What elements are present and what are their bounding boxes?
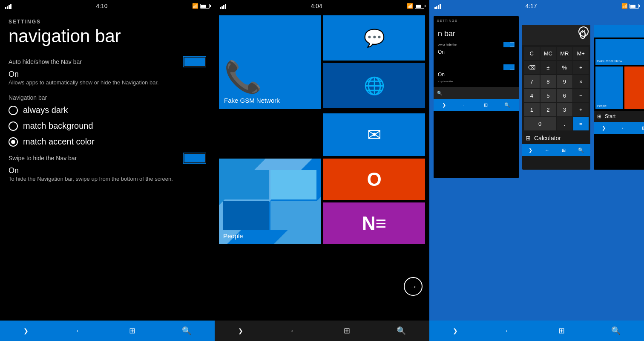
search-icon-2[interactable]: 🔍 (397, 326, 406, 335)
calc-btn-multiply[interactable]: × (573, 75, 589, 88)
multitask-content: SETTINGS n bar ow or hide the On (429, 12, 644, 321)
calc-btn-mplus[interactable]: M+ (573, 47, 589, 60)
windows-icon-1[interactable]: ⊞ (129, 326, 135, 335)
start-windows-icon: ⊞ (597, 113, 601, 119)
back-icon-3[interactable]: ← (504, 327, 512, 335)
calc-btn-3[interactable]: 3 (557, 103, 572, 116)
tile-people-label: People (223, 232, 243, 240)
settings-label: SETTINGS (9, 19, 206, 25)
wifi-icon: 📶 (192, 3, 198, 9)
calc-close-button[interactable]: ✕ (578, 26, 589, 37)
mini-search-icon-2: 🔍 (578, 147, 584, 153)
calc-btn-8[interactable]: 8 (540, 75, 556, 88)
signal-area-2 (220, 3, 226, 9)
start-mini-label-bar: ⊞ Start (594, 111, 644, 122)
mini-search-bar: 🔍 (434, 87, 519, 99)
calc-btn-7[interactable]: 7 (524, 75, 540, 88)
calc-btn-dot[interactable]: . (557, 117, 572, 130)
chevron-icon-1[interactable]: ❯ (23, 327, 29, 334)
mini-calculator-screen[interactable]: ✕ 0 C MC MR M+ ⌫ ± % ÷ 7 8 9 × 4 5 6 − 1… (522, 25, 590, 170)
calc-btn-backspace[interactable]: ⌫ (524, 61, 540, 74)
mini-tile-people-label: People (597, 104, 607, 107)
calc-btn-0[interactable]: 0 (524, 117, 556, 130)
tile-office[interactable]: O (323, 159, 425, 200)
mini-settings-content: n bar ow or hide the On (434, 25, 519, 87)
tile-phone-label: Fake GSM Network (224, 97, 280, 104)
windows-icon-2[interactable]: ⊞ (344, 326, 350, 335)
nav-bar-3: ❯ ← ⊞ 🔍 (429, 321, 644, 341)
calc-btn-plus[interactable]: + (573, 103, 589, 116)
status-icons-2: 📶 (407, 3, 424, 9)
calc-btn-1[interactable]: 1 (524, 103, 540, 116)
settings-content: SETTINGS navigation bar Auto hide/show t… (0, 12, 215, 321)
description-2: To hide the Navigation bar, swipe up fro… (9, 175, 206, 183)
mini-nav-1: ❯ ← ⊞ 🔍 (434, 99, 519, 111)
status-icons-3: 📶 (621, 3, 639, 9)
toggle1-value: On (9, 70, 206, 79)
calc-btn-4[interactable]: 4 (524, 89, 540, 102)
tile-people[interactable]: People (219, 159, 321, 244)
nav-bar-2: ❯ ← ⊞ 🔍 (215, 321, 429, 341)
time-display-1: 4:10 (96, 3, 107, 9)
toggle1-track[interactable] (183, 56, 206, 67)
mini-toggle1-row: ow or hide the (438, 42, 515, 47)
radio-match-accent[interactable]: match accent color (9, 137, 206, 147)
calc-btn-plusminus[interactable]: ± (540, 61, 556, 74)
radio-match-background-label: match background (23, 121, 93, 131)
status-icons-1: 📶 (192, 3, 210, 9)
settings-screen: 4:10 📶 SETTINGS navigation bar Auto hide… (0, 0, 215, 341)
calc-buttons: C MC MR M+ ⌫ ± % ÷ 7 8 9 × 4 5 6 − 1 2 3… (522, 45, 590, 132)
calc-btn-minus[interactable]: − (573, 89, 589, 102)
arrow-right-button[interactable]: → (404, 277, 423, 296)
description-1: Allows apps to automatically show or hid… (9, 79, 206, 87)
calc-btn-9[interactable]: 9 (557, 75, 572, 88)
tile-phone[interactable]: 📞 Fake GSM Network (219, 15, 321, 109)
tile-messaging[interactable]: 💬 (323, 15, 425, 61)
chevron-icon-3[interactable]: ❯ (453, 327, 458, 334)
calc-btn-5[interactable]: 5 (540, 89, 556, 102)
status-bar-1: 4:10 📶 (0, 0, 215, 12)
radio-always-dark-label: always dark (23, 105, 68, 115)
toggle1-fill (184, 58, 198, 66)
radio-always-dark-circle[interactable] (9, 106, 18, 115)
signal-area-3 (434, 3, 441, 9)
calc-btn-divide[interactable]: ÷ (573, 61, 589, 74)
search-icon-3[interactable]: 🔍 (611, 326, 621, 335)
radio-match-accent-circle[interactable] (9, 137, 18, 147)
calc-btn-2[interactable]: 2 (540, 103, 556, 116)
radio-match-background-circle[interactable] (9, 121, 18, 131)
radio-match-background[interactable]: match background (9, 121, 206, 131)
mini-nav-2: ❯ ← ⊞ 🔍 (522, 144, 590, 156)
calc-btn-equals[interactable]: = (573, 117, 589, 130)
signal-strength-icon-2 (220, 3, 226, 9)
mini-chevron-icon-2: ❯ (529, 147, 532, 153)
mini-tile-phone-label: Fake GSM Netw (597, 59, 622, 63)
calc-btn-percent[interactable]: % (557, 61, 572, 74)
mini-start-screen[interactable]: Fake GSM Netw People ⊞ Start ❯ ← ⊞ (594, 25, 644, 170)
toggle2-track[interactable] (183, 153, 206, 164)
back-icon-2[interactable]: ← (290, 327, 297, 335)
radio-match-accent-label: match accent color (23, 137, 95, 147)
toggle1-switch[interactable] (183, 56, 206, 67)
calc-btn-6[interactable]: 6 (557, 89, 572, 102)
tile-ie[interactable]: 🌐 (323, 63, 425, 108)
settings-title: navigation bar (9, 26, 206, 46)
calc-btn-mc[interactable]: MC (540, 47, 556, 60)
radio-always-dark[interactable]: always dark (9, 105, 206, 115)
tile-onenote[interactable]: N≡ (323, 202, 425, 244)
search-icon-1[interactable]: 🔍 (182, 326, 191, 335)
mini-toggle2-value: On (438, 72, 515, 78)
windows-icon-3[interactable]: ⊞ (558, 326, 565, 335)
people-tile-grid (223, 170, 316, 230)
mini-windows-icon-2: ⊞ (562, 147, 566, 153)
calc-btn-c[interactable]: C (524, 47, 540, 60)
mini-settings-screen[interactable]: SETTINGS n bar ow or hide the On (434, 16, 519, 178)
tile-mail[interactable]: ✉ (323, 113, 425, 156)
nav-bar-section-label: Navigation bar (9, 94, 206, 101)
toggle2-switch[interactable] (183, 153, 206, 164)
toggle2-value: On (9, 166, 206, 175)
chevron-icon-2[interactable]: ❯ (238, 327, 243, 334)
signal-strength-icon-3 (434, 3, 441, 9)
back-icon-1[interactable]: ← (75, 327, 83, 335)
calc-btn-mr[interactable]: MR (557, 47, 572, 60)
